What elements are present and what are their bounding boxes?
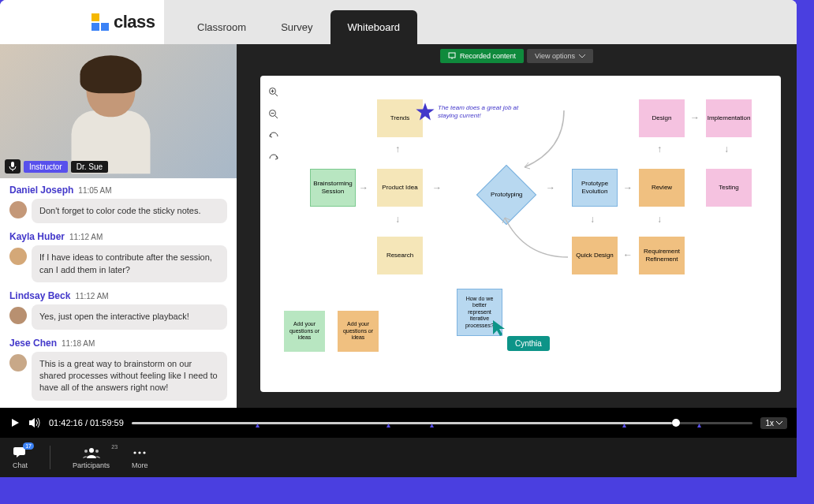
divider [50, 446, 50, 469]
time-display: 01:42:16 / 01:59:59 [49, 418, 124, 427]
chat-time: 11:18 AM [62, 339, 95, 348]
tab-survey[interactable]: Survey [263, 10, 330, 44]
time-current: 01:42:16 [49, 418, 83, 427]
svg-line-9 [275, 116, 278, 119]
chat-name: Lindsay Beck [9, 290, 70, 301]
mic-icon[interactable] [5, 159, 21, 174]
arrow-down-icon: ↓ [724, 144, 729, 155]
participants-icon [83, 446, 100, 460]
node-product-idea[interactable]: Product Idea [377, 169, 423, 207]
svg-rect-2 [449, 53, 455, 58]
svg-point-13 [95, 450, 99, 453]
node-add-ideas-2[interactable]: Add your questions or ideas [338, 311, 379, 352]
progress-handle[interactable] [672, 419, 680, 427]
arrow-up-icon: ↑ [657, 144, 662, 155]
marker-icon[interactable]: ▴ [256, 420, 260, 429]
bottom-toolbar: Chat 17 Participants 23 [0, 438, 797, 477]
redo-icon[interactable] [267, 151, 281, 166]
node-add-ideas-1[interactable]: Add your questions or ideas [284, 311, 325, 352]
record-bar: Recorded content View options [440, 49, 593, 63]
app-window: class Classroom Survey Whiteboard Instru… [0, 0, 797, 477]
chat-time: 11:12 AM [75, 292, 108, 301]
speed-selector[interactable]: 1x [760, 417, 787, 429]
arrow-down-icon: ↓ [657, 214, 662, 225]
tab-whiteboard[interactable]: Whiteboard [330, 10, 417, 44]
zoom-out-icon[interactable] [267, 107, 281, 121]
chat-text: Don't forget to color code the sticky no… [32, 199, 227, 223]
chat-name: Daniel Joseph [9, 185, 73, 196]
chat-message: Lindsay Beck11:12 AM Yes, just open the … [9, 290, 227, 329]
chat-name: Kayla Huber [9, 231, 65, 242]
star-icon [414, 101, 436, 123]
arrow-right-icon: → [690, 112, 700, 123]
main: Instructor Dr. Sue Daniel Joseph11:05 AM… [0, 44, 797, 408]
node-testing[interactable]: Testing [706, 169, 752, 207]
svg-point-15 [139, 451, 141, 454]
svg-line-5 [275, 94, 278, 97]
more-icon [133, 446, 146, 460]
whiteboard-note: The team does a great job at staying cur… [438, 104, 525, 121]
chat-message: Kayla Huber11:12 AM If I have ideas to c… [9, 231, 227, 282]
node-prototype-evolution[interactable]: Prototype Evolution [572, 169, 618, 207]
node-brainstorming[interactable]: Brainstorming Session [310, 169, 356, 207]
toolbar-participants[interactable]: Participants 23 [73, 446, 110, 469]
marker-icon[interactable]: ▴ [622, 420, 626, 429]
toolbar-chat[interactable]: Chat 17 [13, 446, 28, 469]
node-prototyping-label: Prototyping [491, 191, 522, 199]
marker-icon[interactable]: ▴ [697, 420, 701, 429]
svg-rect-0 [11, 162, 14, 167]
node-review[interactable]: Review [639, 169, 685, 207]
role-badge: Instructor [24, 161, 68, 173]
arrow-up-icon: ↑ [395, 144, 400, 155]
toolbar-chat-label: Chat [13, 461, 28, 469]
node-requirement[interactable]: Requirement Refinement [639, 237, 685, 274]
instructor-figure [87, 60, 151, 174]
instructor-tag: Instructor Dr. Sue [5, 159, 108, 174]
undo-icon[interactable] [267, 129, 281, 144]
curve-arrow [501, 214, 572, 261]
arrow-right-icon: → [623, 182, 633, 193]
whiteboard-tools [267, 85, 281, 166]
svg-point-14 [134, 451, 136, 454]
zoom-in-icon[interactable] [267, 85, 281, 99]
view-label: View options [535, 52, 575, 60]
node-implementation[interactable]: Implementation [706, 99, 752, 137]
chat-text: This is a great way to brainstorm on our… [32, 352, 227, 401]
time-total: 01:59:59 [90, 418, 124, 427]
chat-count-badge: 17 [23, 442, 34, 450]
node-quick-design[interactable]: Quick Design [572, 237, 618, 274]
chat-time: 11:12 AM [69, 233, 103, 241]
node-research[interactable]: Research [377, 237, 423, 274]
node-prototyping[interactable]: Prototyping [482, 170, 531, 219]
header: class Classroom Survey Whiteboard [0, 0, 797, 44]
chevron-down-icon [776, 421, 782, 425]
presentation-icon [448, 52, 456, 60]
recorded-content-button[interactable]: Recorded content [440, 49, 524, 63]
chat-list[interactable]: Daniel Joseph11:05 AM Don't forget to co… [0, 178, 237, 408]
player-bar: 01:42:16 / 01:59:59 ▴ ▴ ▴ ▴ ▴ 1x [0, 408, 797, 438]
logo-icon [91, 13, 109, 31]
volume-button[interactable] [28, 417, 41, 428]
progress-bar[interactable]: ▴ ▴ ▴ ▴ ▴ [132, 422, 753, 424]
chat-message: Jese Chen11:18 AM This is a great way to… [9, 338, 227, 401]
arrow-left-icon: ← [623, 249, 633, 260]
instructor-video[interactable]: Instructor Dr. Sue [0, 44, 237, 178]
progress-fill [132, 422, 672, 424]
arrow-right-icon: → [432, 182, 442, 193]
logo-text: class [114, 12, 155, 32]
recorded-label: Recorded content [460, 52, 516, 60]
marker-icon[interactable]: ▴ [430, 420, 434, 429]
chat-time: 11:05 AM [78, 186, 111, 195]
svg-point-16 [144, 451, 146, 454]
toolbar-more[interactable]: More [132, 446, 148, 469]
node-design[interactable]: Design [639, 99, 685, 137]
tab-classroom[interactable]: Classroom [180, 10, 263, 44]
tabs: Classroom Survey Whiteboard [180, 0, 417, 44]
play-button[interactable] [9, 417, 21, 428]
whiteboard[interactable]: Trends The team does a great job at stay… [260, 76, 781, 392]
marker-icon[interactable]: ▴ [386, 420, 390, 429]
cursor-icon [491, 319, 507, 338]
participants-count: 23 [111, 444, 118, 450]
view-options-button[interactable]: View options [527, 49, 593, 63]
avatar [9, 248, 27, 265]
